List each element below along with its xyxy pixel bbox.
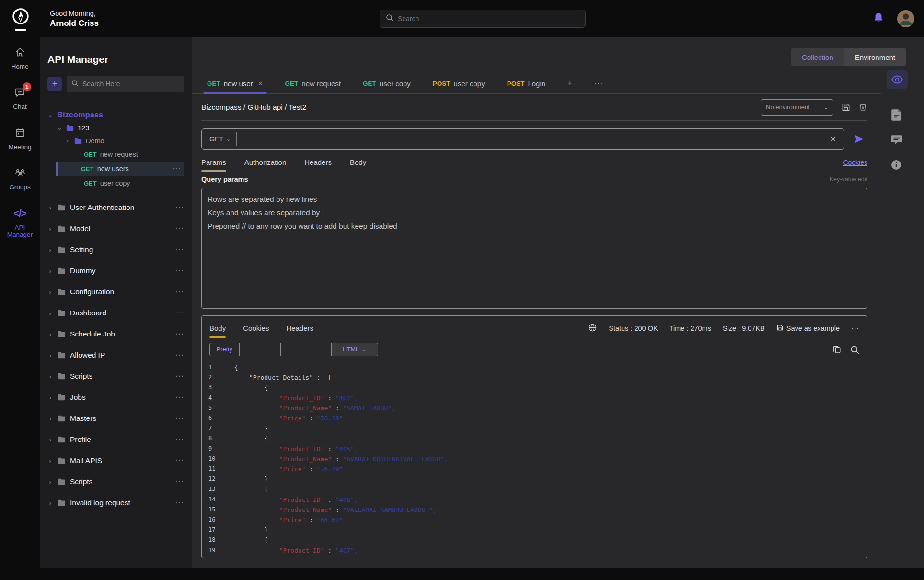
tree-folder[interactable]: › Dashboard ⋯ — [47, 302, 184, 324]
body-row: Home 1 Chat Meeting Groups — [0, 37, 924, 568]
response-menu-icon[interactable]: ⋯ — [851, 324, 859, 333]
search-icon[interactable] — [850, 345, 859, 354]
tab-overflow-icon[interactable]: ⋯ — [594, 73, 602, 93]
folder-label: Allowed IP — [70, 351, 105, 360]
response-tab-headers[interactable]: Headers — [286, 324, 313, 338]
folder-icon — [74, 138, 82, 144]
tab-body[interactable]: Body — [350, 158, 366, 172]
chevron-right-icon: › — [47, 246, 53, 254]
nav-item-meeting[interactable]: Meeting — [2, 127, 38, 151]
trash-icon[interactable] — [858, 103, 867, 112]
save-icon[interactable] — [841, 103, 851, 112]
global-search-input[interactable] — [398, 15, 579, 23]
tree-folder[interactable]: › Setting ⋯ — [47, 239, 184, 260]
clear-url-icon[interactable]: ✕ — [822, 135, 844, 144]
sidebar-search-input[interactable] — [82, 80, 179, 88]
response-tab-cookies[interactable]: Cookies — [243, 324, 269, 338]
global-search[interactable] — [380, 10, 586, 28]
tree-folder[interactable]: › Mail APIS ⋯ — [47, 450, 184, 471]
add-collection-button[interactable]: + — [47, 77, 62, 91]
method-select[interactable]: GET ⌄ — [202, 135, 236, 143]
tree-folder[interactable]: › Jobs ⋯ — [47, 387, 184, 408]
copy-icon[interactable] — [832, 345, 842, 354]
response-tab-body[interactable]: Body — [209, 324, 226, 338]
language-select[interactable]: HTML ⌄ — [332, 343, 378, 356]
request-tab[interactable]: POST user copy — [433, 73, 485, 93]
nav-item-chat[interactable]: 1 Chat — [2, 86, 38, 110]
info-icon[interactable] — [890, 159, 902, 171]
code-line: 7 } — [208, 423, 867, 433]
tree-folder[interactable]: › Configuration ⋯ — [47, 281, 184, 302]
tree-folder[interactable]: › Dummy ⋯ — [47, 260, 184, 281]
code-line: 3 { — [208, 383, 867, 393]
close-icon[interactable]: ✕ — [258, 80, 263, 87]
view-mode-raw[interactable] — [240, 343, 281, 356]
tab-headers[interactable]: Headers — [304, 158, 332, 172]
nav-item-home[interactable]: Home — [2, 46, 38, 70]
tab-authorization[interactable]: Authorization — [244, 158, 287, 172]
bell-icon[interactable] — [873, 12, 884, 25]
logo-underline — [15, 29, 26, 31]
request-tab[interactable]: GET new request — [285, 73, 341, 93]
params-editor[interactable]: Rows are separated by new lines Keys and… — [201, 188, 867, 309]
nav-item-groups[interactable]: Groups — [2, 167, 38, 191]
save-as-example-button[interactable]: Save as example — [776, 324, 840, 333]
tree-folder-123[interactable]: ⌄ 123 — [57, 121, 184, 134]
request-tab[interactable]: GET new user ✕ — [207, 73, 263, 93]
folder-label: Scripts — [70, 372, 92, 381]
key-value-edit-toggle[interactable]: Key-value edit — [830, 176, 867, 183]
tree-folder[interactable]: › Scripts ⋯ — [47, 366, 184, 387]
add-tab-button[interactable]: + — [567, 73, 572, 93]
section-title: Query params — [201, 175, 248, 183]
view-mode-preview[interactable] — [281, 343, 332, 356]
avatar[interactable] — [897, 10, 914, 27]
folder-icon — [58, 415, 66, 422]
groups-icon — [13, 167, 27, 179]
tree-request[interactable]: GET new request — [81, 147, 184, 162]
tree-folder[interactable]: › Schedule Job ⋯ — [47, 324, 184, 345]
params-placeholder-line: Keys and values are separated by : — [208, 208, 861, 218]
tree-request[interactable]: GET user copy — [81, 176, 184, 190]
response-code[interactable]: 1 {2 "Product Details" : [3 {4 "Product_… — [202, 360, 867, 558]
tree-folder[interactable]: › Model ⋯ — [47, 218, 184, 239]
code-line: 10 "Product_Name" : "AVARAI KUTHIRAIVALI… — [208, 454, 867, 464]
chat-badge: 1 — [23, 82, 31, 91]
save-icon — [776, 324, 784, 333]
tree-folder[interactable]: › Allowed IP ⋯ — [47, 345, 184, 366]
view-mode-pretty[interactable]: Pretty — [210, 343, 240, 356]
tree-collection[interactable]: ⌄ Bizcompass — [47, 108, 184, 121]
code-line: 18 { — [208, 535, 867, 545]
tree-folder-demo[interactable]: › Demo — [65, 134, 184, 147]
environment-select[interactable]: No environment ⌄ — [761, 99, 833, 116]
document-icon[interactable] — [890, 108, 903, 122]
request-label: user copy — [100, 179, 130, 187]
code-icon: </> — [14, 207, 26, 220]
app-logo[interactable] — [10, 7, 32, 31]
eye-icon[interactable] — [887, 70, 908, 89]
comment-icon[interactable] — [890, 134, 903, 146]
folder-list: › User Authentication ⋯ › — [47, 197, 184, 513]
url-input[interactable] — [237, 135, 822, 143]
send-button[interactable] — [850, 130, 867, 148]
tree-folder[interactable]: › Scripts ⋯ — [47, 471, 184, 492]
chevron-right-icon: › — [47, 373, 53, 380]
folder-label: Profile — [70, 435, 91, 444]
request-tab[interactable]: GET user copy — [363, 73, 411, 93]
tab-params[interactable]: Params — [201, 158, 226, 172]
tree-request-selected[interactable]: GET new users ⋯ — [56, 162, 184, 176]
nav-label: Groups — [9, 184, 30, 191]
chevron-right-icon: › — [47, 352, 53, 359]
cookies-link[interactable]: Cookies — [843, 159, 867, 172]
tree-folder[interactable]: › Invalid log request ⋯ — [47, 492, 184, 513]
toggle-collection[interactable]: Collection — [791, 48, 844, 66]
tree-folder[interactable]: › Masters ⋯ — [47, 408, 184, 429]
code-line: 5 "Product_Name" : "SAMAI LADDU", — [208, 403, 867, 413]
code-line: 17 } — [208, 525, 867, 535]
sidebar-search[interactable] — [67, 76, 184, 92]
nav-item-api-manager[interactable]: </> API Manager — [2, 207, 38, 238]
tree-folder[interactable]: › User Authentication ⋯ — [47, 197, 184, 218]
toggle-environment[interactable]: Environment — [844, 48, 906, 66]
tree-folder[interactable]: › Profile ⋯ — [47, 429, 184, 450]
topbar: Good Morning, Arnold Criss — [0, 0, 924, 37]
request-tab[interactable]: POST Login — [507, 73, 545, 93]
